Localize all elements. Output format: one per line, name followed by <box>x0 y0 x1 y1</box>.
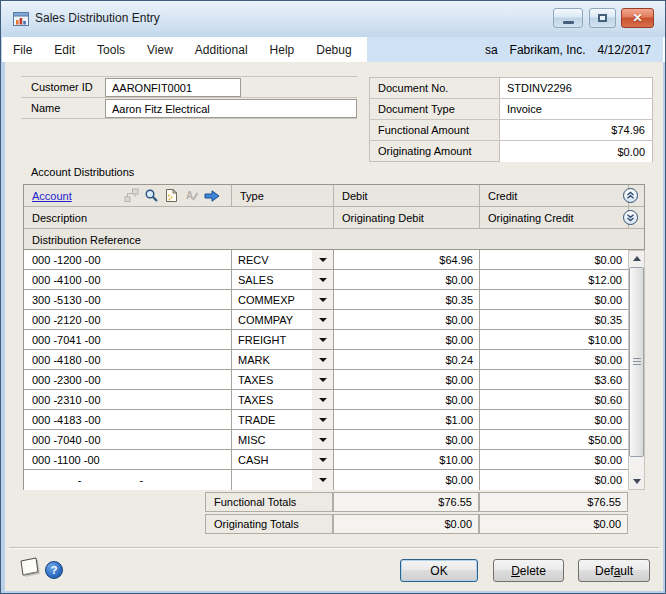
debit-cell[interactable]: $64.96 <box>334 250 480 269</box>
debit-cell[interactable]: $0.00 <box>334 390 480 409</box>
account-cell[interactable]: 000 -2310 -00 <box>24 390 232 409</box>
lookup-icon[interactable] <box>143 187 160 204</box>
restore-button[interactable] <box>589 8 616 28</box>
type-cell[interactable] <box>232 470 312 490</box>
menu-debug[interactable]: Debug <box>305 43 362 57</box>
dropdown-icon <box>319 318 327 322</box>
type-cell[interactable]: MARK <box>232 350 312 369</box>
credit-cell[interactable]: $0.00 <box>480 410 629 429</box>
type-dropdown-arrow[interactable] <box>312 430 334 449</box>
credit-cell[interactable]: $3.60 <box>480 370 629 389</box>
type-cell[interactable]: SALES <box>232 270 312 289</box>
type-dropdown-arrow[interactable] <box>312 410 334 429</box>
account-cell[interactable]: 000 -2120 -00 <box>24 310 232 329</box>
default-button[interactable]: Default <box>578 559 650 582</box>
debit-cell[interactable]: $0.00 <box>334 470 480 490</box>
type-cell[interactable]: TAXES <box>232 390 312 409</box>
account-cell[interactable]: 000 -4183 -00 <box>24 410 232 429</box>
credit-cell[interactable]: $0.60 <box>480 390 629 409</box>
current-user[interactable]: sa <box>485 43 498 57</box>
debit-cell[interactable]: $0.00 <box>334 310 480 329</box>
credit-cell[interactable]: $0.00 <box>480 350 629 369</box>
titlebar[interactable]: Sales Distribution Entry ✕ <box>1 1 665 37</box>
minimize-button[interactable] <box>553 8 583 28</box>
credit-cell[interactable]: $12.00 <box>480 270 629 289</box>
distribution-row: 000 -4100 -00SALES$0.00$12.00 <box>24 270 628 290</box>
credit-cell[interactable]: $0.00 <box>480 450 629 469</box>
debit-cell[interactable]: $0.00 <box>334 330 480 349</box>
expand-arrow-icon[interactable] <box>203 187 220 204</box>
type-dropdown-arrow[interactable] <box>312 370 334 389</box>
originating-totals-credit: $0.00 <box>479 514 628 534</box>
credit-cell[interactable]: $0.00 <box>480 470 629 490</box>
account-cell[interactable]: 000 -4180 -00 <box>24 350 232 369</box>
debit-cell[interactable]: $0.35 <box>334 290 480 309</box>
menu-file[interactable]: File <box>2 43 43 57</box>
scrollbar-thumb[interactable] <box>629 267 644 457</box>
document-no-value: STDINV2296 <box>499 78 652 98</box>
type-cell[interactable]: MISC <box>232 430 312 449</box>
debit-cell[interactable]: $1.00 <box>334 410 480 429</box>
credit-cell[interactable]: $10.00 <box>480 330 629 349</box>
type-dropdown-arrow[interactable] <box>312 470 334 490</box>
type-cell[interactable]: TRADE <box>232 410 312 429</box>
window-title: Sales Distribution Entry <box>35 11 160 25</box>
account-cell[interactable]: 000 -2300 -00 <box>24 370 232 389</box>
credit-cell[interactable]: $0.35 <box>480 310 629 329</box>
scroll-first-button[interactable] <box>623 188 638 203</box>
type-dropdown-arrow[interactable] <box>312 350 334 369</box>
type-dropdown-arrow[interactable] <box>312 390 334 409</box>
record-note-icon[interactable] <box>17 557 43 581</box>
scroll-up-button[interactable] <box>629 251 644 266</box>
customer-id-field[interactable]: AARONFIT0001 <box>105 78 241 97</box>
debit-cell[interactable]: $0.00 <box>334 430 480 449</box>
functional-amount-value: $74.96 <box>499 120 652 140</box>
account-cell[interactable]: 000 -1200 -00 <box>24 250 232 269</box>
company-name[interactable]: Fabrikam, Inc. <box>510 43 586 57</box>
debit-cell[interactable]: $0.00 <box>334 270 480 289</box>
menu-additional[interactable]: Additional <box>184 43 259 57</box>
credit-cell[interactable]: $0.00 <box>480 250 629 269</box>
type-cell[interactable]: CASH <box>232 450 312 469</box>
menu-tools[interactable]: Tools <box>86 43 136 57</box>
scroll-last-button[interactable] <box>623 210 638 225</box>
type-dropdown-arrow[interactable] <box>312 290 334 309</box>
scroll-down-button[interactable] <box>629 474 644 489</box>
type-dropdown-arrow[interactable] <box>312 450 334 469</box>
orig-credit-header-cell: Originating Credit <box>480 207 629 229</box>
debit-cell[interactable]: $0.24 <box>334 350 480 369</box>
grid-scrollbar[interactable] <box>628 250 645 490</box>
type-cell[interactable]: RECV <box>232 250 312 269</box>
account-cell[interactable]: 000 -7040 -00 <box>24 430 232 449</box>
menu-help[interactable]: Help <box>259 43 306 57</box>
debit-cell[interactable]: $0.00 <box>334 370 480 389</box>
menu-edit[interactable]: Edit <box>43 43 86 57</box>
account-header-link[interactable]: Account <box>32 190 72 202</box>
debit-cell[interactable]: $10.00 <box>334 450 480 469</box>
ok-button[interactable]: OK <box>400 559 478 582</box>
type-cell[interactable]: TAXES <box>232 370 312 389</box>
originating-amount-label: Originating Amount <box>378 145 472 157</box>
type-cell[interactable]: COMMEXP <box>232 290 312 309</box>
type-dropdown-arrow[interactable] <box>312 310 334 329</box>
account-cell[interactable]: 000 -1100 -00 <box>24 450 232 469</box>
type-dropdown-arrow[interactable] <box>312 330 334 349</box>
credit-cell[interactable]: $50.00 <box>480 430 629 449</box>
menu-view[interactable]: View <box>136 43 184 57</box>
delete-button[interactable]: Delete <box>493 559 564 582</box>
account-cell[interactable]: - - <box>24 470 232 490</box>
system-date[interactable]: 4/12/2017 <box>598 43 651 57</box>
customer-name-field[interactable]: Aaron Fitz Electrical <box>105 99 357 118</box>
account-cell[interactable]: 000 -4100 -00 <box>24 270 232 289</box>
account-cell[interactable]: 000 -7041 -00 <box>24 330 232 349</box>
type-cell[interactable]: FREIGHT <box>232 330 312 349</box>
header-toolbar: A <box>123 187 220 204</box>
close-button[interactable]: ✕ <box>621 8 654 28</box>
note-icon[interactable] <box>163 187 180 204</box>
type-dropdown-arrow[interactable] <box>312 270 334 289</box>
account-cell[interactable]: 300 -5130 -00 <box>24 290 232 309</box>
credit-cell[interactable]: $0.00 <box>480 290 629 309</box>
type-dropdown-arrow[interactable] <box>312 250 334 269</box>
help-icon[interactable]: ? <box>45 561 63 579</box>
type-cell[interactable]: COMMPAY <box>232 310 312 329</box>
